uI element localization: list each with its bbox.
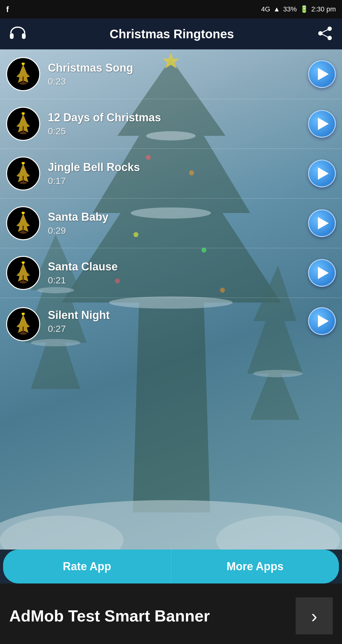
- svg-point-47: [22, 313, 25, 315]
- play-triangle-icon: [318, 267, 329, 279]
- svg-line-5: [320, 29, 330, 33]
- song-info: Santa Baby 0:29: [48, 211, 308, 236]
- main-content: Christmas Song 0:23 12 Days of Christmas…: [0, 49, 342, 550]
- svg-point-41: [19, 231, 27, 234]
- song-duration: 0:27: [48, 324, 308, 334]
- svg-point-39: [22, 212, 25, 214]
- song-title: Jingle Bell Rocks: [48, 161, 308, 174]
- svg-point-43: [22, 261, 25, 264]
- play-triangle-icon: [318, 68, 329, 80]
- play-triangle-icon: [318, 315, 329, 327]
- song-info: Santa Clause 0:21: [48, 260, 308, 286]
- svg-rect-0: [10, 33, 14, 39]
- song-title: Santa Clause: [48, 260, 308, 273]
- status-bar: f 4G ▲ 33% 🔋 2:30 pm: [0, 0, 342, 19]
- signal-icon: ▲: [273, 5, 280, 13]
- play-button[interactable]: [308, 307, 336, 335]
- song-item: Santa Clause 0:21: [0, 248, 342, 298]
- time-display: 2:30 pm: [311, 5, 336, 13]
- network-type: 4G: [261, 5, 270, 13]
- song-thumbnail: [6, 256, 40, 290]
- song-info: 12 Days of Christmas 0:25: [48, 111, 308, 136]
- play-button[interactable]: [308, 60, 336, 88]
- play-button[interactable]: [308, 209, 336, 237]
- song-duration: 0:29: [48, 225, 308, 236]
- bottom-buttons: Rate App More Apps: [0, 550, 342, 583]
- svg-point-37: [19, 182, 27, 184]
- svg-point-27: [22, 63, 25, 65]
- song-title: 12 Days of Christmas: [48, 111, 308, 124]
- song-info: Silent Night 0:27: [48, 309, 308, 334]
- song-thumbnail: [6, 57, 40, 91]
- ad-arrow-button[interactable]: ›: [296, 597, 333, 634]
- song-title: Christmas Song: [48, 61, 308, 74]
- play-button[interactable]: [308, 259, 336, 287]
- song-duration: 0:23: [48, 76, 308, 87]
- svg-line-6: [320, 33, 330, 38]
- play-triangle-icon: [318, 167, 329, 180]
- song-item: Santa Baby 0:29: [0, 199, 342, 248]
- ad-next-icon: ›: [311, 605, 317, 627]
- battery-icon: 🔋: [300, 5, 308, 13]
- rate-app-button[interactable]: Rate App: [3, 550, 171, 583]
- ad-banner: AdMob Test Smart Banner ›: [0, 583, 342, 644]
- headphones-icon: [9, 27, 26, 42]
- song-title: Santa Baby: [48, 211, 308, 224]
- song-info: Jingle Bell Rocks 0:17: [48, 161, 308, 186]
- svg-point-29: [19, 82, 27, 85]
- ad-text: AdMob Test Smart Banner: [9, 606, 296, 625]
- play-button[interactable]: [308, 160, 336, 187]
- svg-point-16: [253, 370, 303, 377]
- app-title: Christmas Ringtones: [26, 27, 317, 41]
- svg-point-35: [22, 162, 25, 165]
- svg-point-49: [19, 332, 27, 335]
- song-item: 12 Days of Christmas 0:25: [0, 99, 342, 149]
- app-header: Christmas Ringtones: [0, 19, 342, 49]
- more-apps-button[interactable]: More Apps: [171, 550, 339, 583]
- song-thumbnail: [6, 107, 40, 141]
- song-duration: 0:21: [48, 275, 308, 286]
- song-thumbnail: [6, 206, 40, 240]
- battery-level: 33%: [283, 5, 297, 13]
- status-left: f: [6, 5, 9, 14]
- song-info: Christmas Song 0:23: [48, 61, 308, 87]
- svg-rect-1: [22, 33, 26, 39]
- song-duration: 0:25: [48, 126, 308, 136]
- song-title: Silent Night: [48, 309, 308, 322]
- song-item-partial: Silent Night 0:27: [0, 298, 342, 341]
- play-triangle-icon: [318, 118, 329, 130]
- facebook-icon: f: [6, 5, 9, 14]
- share-icon[interactable]: [317, 26, 333, 42]
- song-item: Christmas Song 0:23: [0, 49, 342, 99]
- song-thumbnail: [6, 307, 40, 341]
- song-thumbnail: [6, 157, 40, 190]
- song-list: Christmas Song 0:23 12 Days of Christmas…: [0, 49, 342, 341]
- status-right: 4G ▲ 33% 🔋 2:30 pm: [261, 5, 336, 13]
- svg-point-45: [19, 281, 27, 283]
- play-triangle-icon: [318, 217, 329, 229]
- song-duration: 0:17: [48, 176, 308, 186]
- play-button[interactable]: [308, 110, 336, 138]
- song-item: Jingle Bell Rocks 0:17: [0, 149, 342, 199]
- svg-point-33: [19, 132, 27, 134]
- svg-point-31: [22, 112, 25, 115]
